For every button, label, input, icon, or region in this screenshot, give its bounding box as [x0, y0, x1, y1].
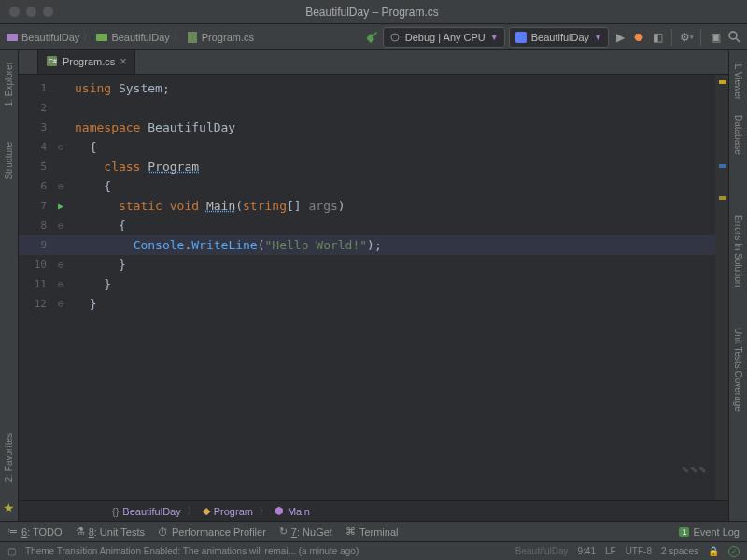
- errors-tool[interactable]: Errors In Solution: [733, 211, 743, 290]
- left-tool-rail: 1: Explorer Structure 2: Favorites ★: [0, 50, 19, 521]
- line-number: 1: [19, 82, 52, 94]
- bottom-tool-bar: ≔6: TODO ⚗8: Unit Tests ⏱Performance Pro…: [0, 521, 747, 541]
- nav-method[interactable]: ⬢Main: [275, 505, 310, 517]
- right-tool-rail: IL Viewer Database Errors In Solution Un…: [728, 50, 747, 521]
- explorer-tool[interactable]: 1: Explorer: [4, 58, 14, 110]
- marker-strip[interactable]: [715, 75, 728, 500]
- bug-icon: [389, 32, 401, 43]
- breadcrumb-item[interactable]: BeautifulDay: [95, 31, 169, 44]
- todo-tool[interactable]: ≔6: TODO: [7, 525, 63, 538]
- code-nav-bar: {}BeautifulDay 〉 ◆Program 〉 ⬢Main: [19, 500, 728, 521]
- main-toolbar: BeautifulDay 〉 BeautifulDay 〉 Program.cs…: [0, 24, 747, 50]
- info-marker[interactable]: [719, 164, 726, 168]
- coverage-tool[interactable]: Unit Tests Coverage: [733, 324, 743, 415]
- cursor-position[interactable]: 9:41: [577, 546, 595, 556]
- code-content[interactable]: using System; namespace BeautifulDay { c…: [75, 75, 715, 500]
- database-tool[interactable]: Database: [733, 111, 743, 159]
- indent-setting[interactable]: 2 spaces: [661, 546, 698, 556]
- breadcrumb-label: BeautifulDay: [21, 32, 79, 43]
- nav-class[interactable]: ◆Program: [203, 505, 253, 517]
- line-number: 10: [19, 259, 52, 271]
- status-project[interactable]: BeautifulDay: [515, 546, 569, 556]
- layout-icon[interactable]: ▢: [7, 546, 16, 556]
- event-log-tool[interactable]: 1Event Log: [679, 526, 740, 538]
- chevron-down-icon: ▼: [594, 33, 602, 42]
- debug-button[interactable]: [631, 30, 646, 45]
- star-icon: ★: [3, 495, 15, 521]
- profiler-tool[interactable]: ⏱Performance Profiler: [158, 526, 266, 538]
- line-number: 11: [19, 278, 52, 290]
- pens-icon: ✎✎✎: [682, 463, 708, 476]
- csharp-file-icon: C#: [46, 55, 58, 67]
- gutter: 1 2 3 4⊖ 5 6⊖ 7▶ 8⊖ 9 10⊖ 11⊖ 12⊖: [19, 75, 75, 500]
- structure-tool[interactable]: Structure: [4, 138, 14, 184]
- status-message: Theme Transition Animation Enabled: The …: [25, 546, 359, 556]
- line-number: 12: [19, 298, 52, 310]
- search-icon: [727, 30, 741, 44]
- solution-icon: [6, 31, 19, 44]
- svg-rect-2: [188, 32, 197, 43]
- project-label: BeautifulDay: [531, 32, 589, 43]
- line-number: 3: [19, 121, 52, 133]
- svg-rect-0: [7, 34, 18, 41]
- svg-point-6: [729, 32, 737, 39]
- search-button[interactable]: [726, 30, 741, 45]
- chevron-down-icon: ▼: [490, 33, 499, 42]
- titlebar: BeautifulDay – Program.cs: [0, 0, 747, 24]
- editor-tabs: C# Program.cs ×: [19, 50, 728, 75]
- terminal-tool[interactable]: ⌘Terminal: [345, 525, 399, 538]
- window-title: BeautifulDay – Program.cs: [53, 6, 691, 19]
- breadcrumb-item[interactable]: Program.cs: [186, 31, 254, 44]
- main-area: 1: Explorer Structure 2: Favorites ★ C# …: [0, 50, 747, 521]
- run-button[interactable]: ▶: [613, 30, 627, 45]
- close-tab-button[interactable]: ×: [120, 54, 127, 68]
- breadcrumb-label: BeautifulDay: [111, 32, 169, 43]
- nav-namespace[interactable]: {}BeautifulDay: [112, 506, 181, 517]
- line-number: 7: [19, 200, 52, 212]
- unit-tests-tool[interactable]: ⚗8: Unit Tests: [76, 525, 145, 538]
- code-editor[interactable]: 1 2 3 4⊖ 5 6⊖ 7▶ 8⊖ 9 10⊖ 11⊖ 12⊖ using …: [19, 75, 728, 500]
- line-number: 2: [19, 102, 52, 114]
- nuget-tool[interactable]: ↻7: NuGet: [279, 525, 332, 538]
- build-button[interactable]: [364, 30, 379, 45]
- favorites-tool[interactable]: 2: Favorites: [4, 429, 14, 485]
- svg-rect-1: [96, 34, 107, 41]
- line-number: 8: [19, 219, 52, 231]
- config-label: Debug | Any CPU: [405, 32, 486, 43]
- breadcrumb-item[interactable]: BeautifulDay: [6, 31, 79, 44]
- minimize-dot[interactable]: [26, 7, 36, 17]
- close-dot[interactable]: [9, 7, 20, 17]
- tab-label: Program.cs: [63, 56, 115, 67]
- window-controls[interactable]: [0, 7, 53, 17]
- line-number: 4: [19, 141, 52, 153]
- svg-text:C#: C#: [49, 58, 57, 64]
- line-ending[interactable]: LF: [605, 546, 616, 556]
- project-selector[interactable]: BeautifulDay ▼: [509, 27, 609, 48]
- csproj-icon: [95, 31, 108, 44]
- config-selector[interactable]: Debug | Any CPU ▼: [383, 27, 505, 48]
- zoom-dot[interactable]: [43, 7, 53, 17]
- coverage-button[interactable]: ◧: [650, 30, 665, 45]
- line-number: 5: [19, 161, 52, 173]
- check-status-icon[interactable]: ✓: [728, 546, 740, 557]
- lock-icon[interactable]: 🔒: [708, 546, 719, 556]
- more-tools-button[interactable]: ⚙▾: [679, 30, 694, 45]
- line-number: 6: [19, 180, 52, 192]
- breadcrumb-label: Program.cs: [202, 32, 254, 43]
- csharp-file-icon: [186, 31, 199, 44]
- encoding[interactable]: UTF-8: [626, 546, 652, 556]
- warning-marker[interactable]: [719, 80, 726, 84]
- layout-button[interactable]: ▣: [708, 30, 723, 45]
- run-gutter-icon[interactable]: ▶: [52, 201, 69, 211]
- editor-area: C# Program.cs × 1 2 3 4⊖ 5 6⊖ 7▶ 8⊖ 9 10…: [19, 50, 728, 521]
- svg-rect-4: [515, 32, 527, 43]
- editor-tab[interactable]: C# Program.cs ×: [37, 49, 135, 74]
- breadcrumb[interactable]: BeautifulDay 〉 BeautifulDay 〉 Program.cs: [6, 31, 254, 44]
- status-bar: ▢ Theme Transition Animation Enabled: Th…: [0, 541, 747, 560]
- il-viewer-tool[interactable]: IL Viewer: [733, 58, 743, 104]
- svg-point-3: [391, 34, 399, 41]
- warning-marker[interactable]: [719, 196, 726, 200]
- rider-icon: [515, 32, 527, 43]
- line-number: 9: [19, 239, 52, 251]
